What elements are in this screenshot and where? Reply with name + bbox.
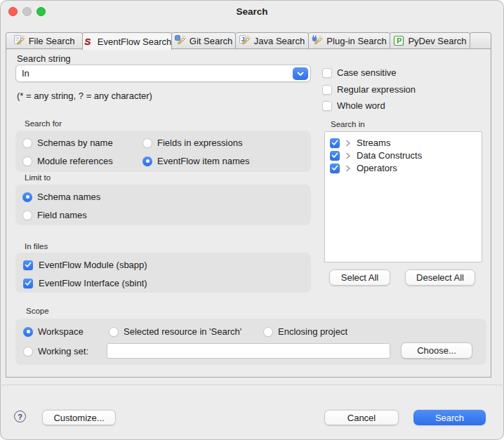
tree-item-streams[interactable]: Streams (330, 138, 390, 148)
in-files-caption: In files (25, 242, 48, 251)
radio-icon (22, 138, 32, 148)
wildcard-hint: (* = any string, ? = any character) (17, 91, 152, 101)
window-title: Search (0, 6, 504, 17)
checkbox-icon[interactable] (330, 151, 340, 161)
radio-fields-in-expressions[interactable]: Fields in expressions (142, 138, 242, 148)
checkbox-eventflow-module[interactable]: EventFlow Module (sbapp) (23, 260, 147, 270)
tab-java-search[interactable]: J Java Search (235, 32, 309, 49)
checkbox-whole-word[interactable]: Whole word (322, 100, 385, 111)
checkbox-regular-expression[interactable]: Regular expression (322, 84, 416, 95)
choose-button[interactable]: Choose... (401, 342, 472, 359)
scope-caption: Scope (26, 307, 49, 315)
tab-label: File Search (29, 36, 75, 46)
radio-icon (22, 156, 32, 166)
checkbox-icon (23, 260, 33, 270)
chevron-right-icon[interactable] (345, 140, 351, 147)
tab-git-search[interactable]: Git Search (171, 32, 236, 49)
checkbox-icon[interactable] (330, 138, 340, 148)
radio-icon (23, 327, 33, 337)
help-button[interactable]: ? (14, 411, 26, 422)
checkbox-icon (23, 279, 33, 288)
plugin-search-icon (312, 35, 323, 46)
checkbox-case-sensitive[interactable]: Case sensitive (322, 67, 397, 78)
tab-file-search[interactable]: File Search (6, 32, 83, 49)
tab-plugin-search[interactable]: Plug-in Search (308, 32, 390, 49)
radio-field-names[interactable]: Field names (22, 210, 87, 220)
radio-icon (22, 192, 32, 202)
pydev-search-icon: P (393, 35, 404, 46)
radio-selected-resource[interactable]: Selected resource in 'Search' (109, 326, 241, 337)
search-dialog: Search File Search S EventFlow Search (0, 0, 504, 440)
radio-schema-names[interactable]: Schema names (22, 192, 100, 202)
search-button[interactable]: Search (413, 410, 486, 425)
radio-icon (22, 211, 32, 220)
search-string-combobox[interactable] (15, 65, 311, 82)
checkbox-icon[interactable] (330, 164, 340, 173)
customize-button[interactable]: Customize... (42, 410, 116, 425)
tab-eventflow-search[interactable]: S EventFlow Search (82, 32, 172, 50)
radio-icon (23, 347, 33, 356)
radio-module-references[interactable]: Module references (22, 156, 113, 166)
tab-strip-stub (470, 32, 491, 49)
radio-enclosing-project[interactable]: Enclosing project (263, 326, 347, 337)
radio-icon (109, 327, 119, 337)
tab-pydev-search[interactable]: P PyDev Search (390, 32, 470, 49)
chevron-right-icon[interactable] (345, 152, 351, 159)
radio-icon (142, 138, 152, 148)
java-search-icon: J (239, 35, 251, 46)
search-string-label: Search string (17, 53, 71, 64)
checkbox-icon (322, 68, 332, 78)
tab-label: Git Search (190, 36, 232, 46)
tree-item-operators[interactable]: Operators (330, 163, 397, 173)
file-search-icon (14, 35, 25, 46)
search-string-input[interactable] (18, 66, 300, 81)
git-search-icon (175, 35, 186, 46)
cancel-button[interactable]: Cancel (324, 410, 399, 425)
footer-divider (0, 385, 504, 385)
svg-text:S: S (84, 36, 91, 47)
radio-icon (263, 327, 273, 337)
tab-label: EventFlow Search (98, 36, 172, 47)
chevron-down-icon (297, 72, 304, 76)
radio-schemas-by-name[interactable]: Schemas by name (22, 138, 113, 148)
search-in-caption: Search in (331, 120, 365, 128)
radio-icon (142, 156, 152, 166)
deselect-all-button[interactable]: Deselect All (405, 269, 475, 286)
tab-label: Plug-in Search (326, 36, 386, 46)
checkbox-eventflow-interface[interactable]: EventFlow Interface (sbint) (23, 278, 147, 288)
tab-label: Java Search (254, 36, 305, 46)
chevron-right-icon[interactable] (345, 165, 351, 172)
tab-label: PyDev Search (408, 36, 466, 46)
radio-working-set[interactable]: Working set: (23, 346, 88, 356)
svg-text:P: P (397, 36, 402, 45)
eventflow-search-icon: S (83, 36, 94, 47)
search-for-caption: Search for (25, 119, 62, 128)
radio-eventflow-item-names[interactable]: EventFlow item names (142, 156, 250, 166)
working-set-input[interactable] (107, 343, 390, 359)
limit-to-caption: Limit to (25, 173, 51, 182)
checkbox-icon (322, 85, 332, 95)
checkbox-icon (322, 101, 332, 111)
combo-dropdown-button[interactable] (293, 67, 308, 80)
select-all-button[interactable]: Select All (329, 269, 390, 286)
tree-item-data-constructs[interactable]: Data Constructs (330, 150, 422, 161)
radio-workspace[interactable]: Workspace (23, 326, 84, 337)
